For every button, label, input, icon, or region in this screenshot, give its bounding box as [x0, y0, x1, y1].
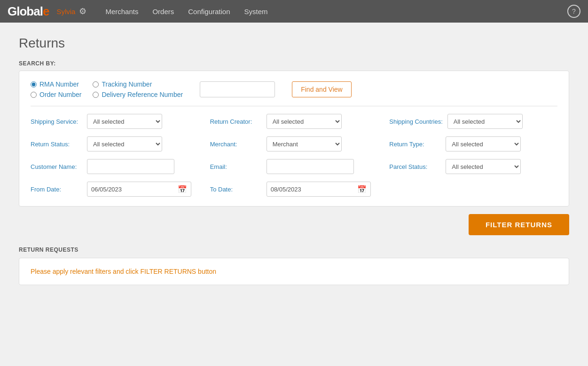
filter-button-row: FILTER RETURNS	[19, 214, 569, 235]
radio-order-label[interactable]: Order Number	[39, 91, 81, 98]
radio-group-left: RMA Number Order Number	[31, 80, 81, 98]
customer-name-input[interactable]	[87, 159, 174, 174]
radio-rma-label[interactable]: RMA Number	[39, 80, 79, 88]
radio-order-input[interactable]	[31, 92, 37, 98]
return-status-filter: Return Status: All selected	[31, 136, 199, 151]
email-filter: Email:	[210, 159, 378, 174]
shipping-service-filter: Shipping Service: All selected	[31, 114, 199, 129]
radio-tracking[interactable]: Tracking Number	[93, 80, 183, 88]
radio-delivery-label[interactable]: Delivery Reference Number	[102, 91, 183, 98]
customer-name-filter: Customer Name:	[31, 159, 199, 174]
from-date-filter: From Date: 06/05/2023 📅	[31, 182, 199, 197]
from-date-input[interactable]: 06/05/2023	[87, 183, 174, 195]
from-date-label: From Date:	[31, 186, 82, 193]
to-date-input[interactable]: 08/05/2023	[267, 183, 353, 195]
search-radio-row: RMA Number Order Number Tracking Number …	[31, 80, 557, 98]
results-message-suffix: button	[196, 268, 216, 275]
to-date-filter: To Date: 08/05/2023 📅	[210, 182, 378, 197]
radio-tracking-label[interactable]: Tracking Number	[102, 80, 152, 88]
search-input[interactable]	[200, 81, 275, 97]
radio-rma-input[interactable]	[31, 81, 37, 88]
return-creator-filter: Return Creator: All selected	[210, 114, 378, 129]
to-date-calendar-icon[interactable]: 📅	[353, 183, 370, 196]
search-by-label: SEARCH BY:	[19, 60, 569, 67]
settings-icon[interactable]: ⚙	[79, 6, 86, 16]
nav-orders[interactable]: Orders	[152, 6, 174, 17]
return-status-label: Return Status:	[31, 141, 82, 148]
nav-links: Merchants Orders Configuration System	[105, 6, 267, 17]
logo-main: Global	[8, 4, 43, 18]
return-type-select[interactable]: All selected	[446, 136, 521, 151]
return-type-filter: Return Type: All selected	[389, 136, 557, 151]
radio-delivery-input[interactable]	[93, 92, 99, 98]
from-date-wrapper: 06/05/2023 📅	[87, 182, 191, 197]
shipping-countries-select[interactable]: All selected	[447, 114, 523, 129]
results-message-link: FILTER RETURNS	[140, 268, 196, 275]
email-label: Email:	[210, 163, 262, 170]
page-content: Returns SEARCH BY: RMA Number Order Numb…	[0, 23, 588, 298]
parcel-status-filter: Parcel Status: All selected	[389, 159, 557, 174]
results-empty-message: Please apply relevant filters and click …	[31, 268, 557, 275]
parcel-status-select[interactable]: All selected	[446, 159, 521, 174]
to-date-label: To Date:	[210, 186, 262, 193]
nav-configuration[interactable]: Configuration	[188, 6, 230, 17]
shipping-service-select[interactable]: All selected	[87, 114, 162, 129]
page-title: Returns	[19, 36, 569, 51]
shipping-countries-filter: Shipping Countries: All selected	[389, 114, 557, 129]
email-input[interactable]	[267, 159, 354, 174]
filter-divider	[31, 106, 557, 106]
merchant-label: Merchant:	[210, 141, 262, 148]
merchant-select[interactable]: Merchant	[267, 136, 342, 151]
return-status-select[interactable]: All selected	[87, 136, 162, 151]
shipping-service-label: Shipping Service:	[31, 118, 82, 125]
merchant-filter: Merchant: Merchant	[210, 136, 378, 151]
filter-returns-button[interactable]: FILTER RETURNS	[469, 214, 569, 235]
top-navigation: Globale Sylvia ⚙ Merchants Orders Config…	[0, 0, 588, 23]
radio-group-right: Tracking Number Delivery Reference Numbe…	[93, 80, 183, 98]
parcel-status-label: Parcel Status:	[389, 163, 441, 170]
radio-tracking-input[interactable]	[93, 81, 99, 88]
nav-merchants[interactable]: Merchants	[105, 6, 138, 17]
results-message-prefix: Please apply relevant filters and click	[31, 268, 140, 275]
search-panel: RMA Number Order Number Tracking Number …	[19, 71, 569, 207]
to-date-wrapper: 08/05/2023 📅	[267, 182, 371, 197]
return-requests-label: RETURN REQUESTS	[19, 247, 569, 253]
filter-grid: Shipping Service: All selected Return Cr…	[31, 114, 557, 197]
radio-order[interactable]: Order Number	[31, 91, 81, 98]
return-creator-label: Return Creator:	[210, 118, 262, 125]
radio-rma[interactable]: RMA Number	[31, 80, 81, 88]
help-icon[interactable]: ?	[567, 5, 580, 18]
nav-user[interactable]: Sylvia	[56, 8, 75, 16]
logo-accent: e	[43, 4, 49, 18]
find-and-view-button[interactable]: Find and View	[292, 81, 351, 97]
customer-name-label: Customer Name:	[31, 163, 82, 170]
radio-delivery[interactable]: Delivery Reference Number	[93, 91, 183, 98]
logo-text: Globale	[8, 4, 49, 19]
nav-system[interactable]: System	[244, 6, 268, 17]
return-type-label: Return Type:	[389, 141, 441, 148]
logo: Globale	[8, 4, 49, 19]
from-date-calendar-icon[interactable]: 📅	[174, 183, 191, 196]
shipping-countries-label: Shipping Countries:	[389, 118, 442, 125]
return-creator-select[interactable]: All selected	[267, 114, 342, 129]
results-panel: Please apply relevant filters and click …	[19, 258, 569, 285]
